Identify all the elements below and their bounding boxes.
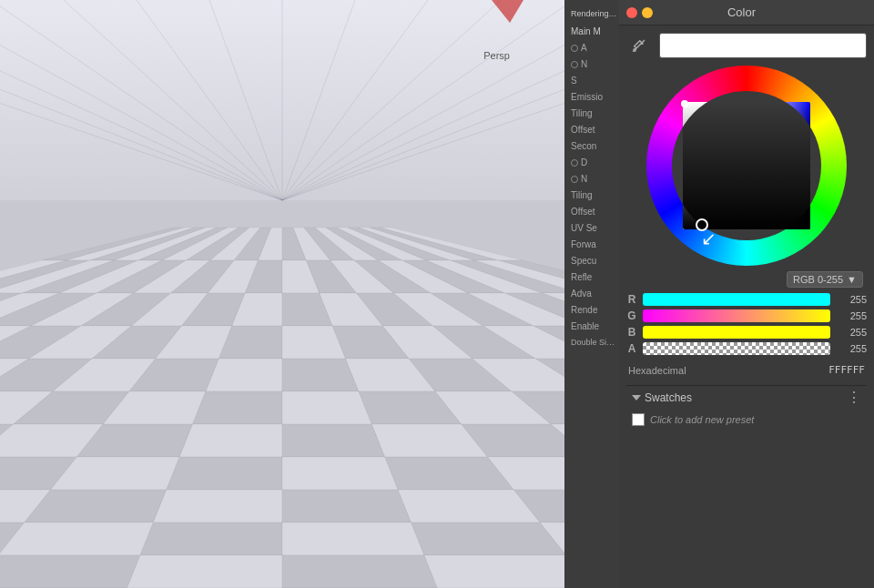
strip-item-d: D [568, 156, 620, 169]
mode-value: RGB 0-255 [793, 274, 843, 285]
strip-item-tiling2: Tiling [568, 188, 620, 202]
strip-item-secon: Secon [568, 139, 620, 153]
eyedropper-button[interactable] [626, 33, 652, 58]
color-panel: Color [619, 0, 874, 588]
top-row [626, 33, 867, 58]
perspective-grid [0, 0, 564, 588]
strip-item-enable: Enable [568, 319, 620, 333]
color-preview [659, 33, 867, 58]
swatches-add-row: Click to add new preset [626, 410, 867, 433]
strip-item-offset2: Offset [568, 205, 620, 218]
dot-icon [571, 61, 578, 68]
color-wheel-container[interactable]: ↙ [646, 66, 847, 266]
color-panel-header: Color [619, 0, 874, 25]
strip-item-specu: Specu [568, 254, 620, 268]
dot-icon [571, 45, 578, 52]
slider-a-value: 255 [836, 343, 867, 354]
strip-item-a: A [568, 41, 620, 55]
close-button[interactable] [626, 7, 637, 18]
swatches-toggle[interactable]: Swatches [632, 391, 692, 404]
cursor-arrow-icon: ↙ [701, 228, 716, 249]
strip-item-adva: Adva [568, 287, 620, 300]
slider-b-value: 255 [836, 327, 867, 338]
swatch-add-label[interactable]: Click to add new preset [650, 414, 754, 425]
main-maps-label: Main M [568, 25, 620, 38]
editor-strip: Rendering Mode Main M A N S Emissio Tili… [564, 0, 624, 588]
slider-g-label: G [626, 309, 637, 322]
slider-row-b: B 255 [626, 326, 867, 339]
strip-item-emissio: Emissio [568, 90, 620, 104]
strip-item-refle: Refle [568, 270, 620, 284]
strip-item-tiling1: Tiling [568, 106, 620, 120]
dropdown-arrow-icon: ▼ [847, 274, 857, 285]
swatch-new-box[interactable] [632, 413, 645, 426]
hex-value[interactable]: FFFFFF [828, 364, 865, 376]
hex-row: Hexadecimal FFFFFF [626, 360, 867, 380]
perspective-label: Persp [483, 50, 510, 61]
strip-item-uvse: UV Se [568, 221, 620, 235]
strip-item-rende: Rende [568, 303, 620, 317]
slider-b-label: B [626, 326, 637, 339]
color-square[interactable] [683, 102, 810, 229]
mode-selector: RGB 0-255 ▼ [787, 271, 863, 288]
swatches-section: Swatches ⋮ Click to add new preset [626, 385, 867, 433]
window-controls [626, 7, 653, 18]
strip-item-n: N [568, 57, 620, 71]
slider-a-label: A [626, 342, 637, 355]
swatches-menu-button[interactable]: ⋮ [847, 390, 861, 405]
dot-icon [571, 176, 578, 183]
slider-row-g: G 255 [626, 309, 867, 322]
slider-g-track[interactable] [643, 309, 830, 322]
viewport: Persp [0, 0, 564, 588]
dot-icon [571, 159, 578, 167]
swatches-triangle-icon [632, 395, 641, 400]
strip-item-double: Double Sided Global I [568, 336, 620, 349]
slider-r-track[interactable] [643, 293, 830, 306]
slider-r-label: R [626, 293, 637, 306]
panel-title: Color [653, 5, 830, 19]
sliders-container: R 255 G 255 B 255 A 255 [626, 293, 867, 355]
slider-row-r: R 255 [626, 293, 867, 306]
slider-row-a: A 255 [626, 342, 867, 355]
slider-r-value: 255 [836, 294, 867, 305]
hex-label: Hexadecimal [628, 365, 686, 376]
square-cursor [681, 100, 688, 107]
minimize-button[interactable] [642, 7, 653, 18]
rendering-mode-label: Rendering Mode [568, 7, 620, 20]
strip-item-offset1: Offset [568, 123, 620, 137]
strip-item-forwa: Forwa [568, 238, 620, 251]
mode-dropdown[interactable]: RGB 0-255 ▼ [787, 271, 863, 288]
slider-b-track[interactable] [643, 326, 830, 339]
slider-g-value: 255 [836, 310, 867, 321]
swatches-header: Swatches ⋮ [626, 386, 867, 410]
slider-a-track[interactable] [643, 342, 830, 355]
strip-item-s: S [568, 74, 620, 87]
swatches-label: Swatches [645, 391, 692, 404]
strip-item-n2: N [568, 172, 620, 186]
color-panel-body: ↙ RGB 0-255 ▼ R 255 G 255 [619, 25, 874, 588]
